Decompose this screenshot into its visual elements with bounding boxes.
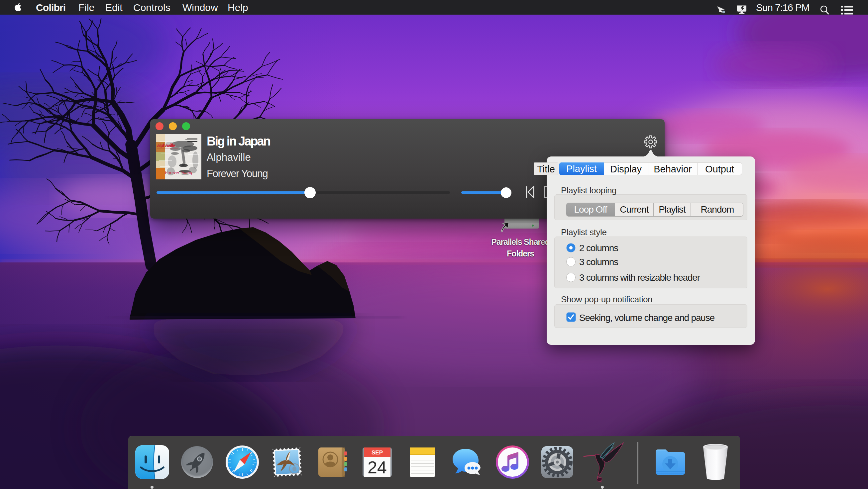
svg-text:SEP: SEP <box>372 450 383 456</box>
svg-text:Forever Young: Forever Young <box>164 170 192 175</box>
svg-text:alphaville: alphaville <box>157 143 176 148</box>
svg-text:24: 24 <box>368 458 387 477</box>
